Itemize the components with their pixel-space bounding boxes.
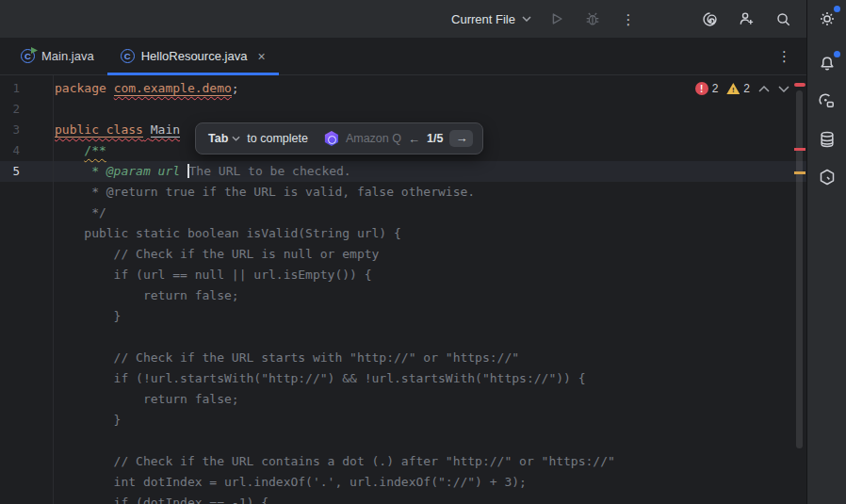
- gutter-line-number[interactable]: [0, 472, 53, 493]
- code-editor[interactable]: 12345 package com.example.demo;public cl…: [0, 75, 806, 504]
- endpoints-tool-button[interactable]: [811, 88, 843, 116]
- gutter-line-number[interactable]: [0, 327, 53, 348]
- notification-dot: [834, 6, 840, 12]
- warning-stripe-mark[interactable]: [794, 171, 805, 174]
- code-token: /**: [84, 143, 106, 157]
- gutter-line-number[interactable]: [0, 389, 53, 410]
- gutter-line-number[interactable]: [0, 306, 53, 327]
- code-token: package: [55, 81, 114, 95]
- gutter-line-number[interactable]: [0, 493, 53, 504]
- gutter-line-number[interactable]: [0, 348, 53, 368]
- code-token: if (dotIndex == -1) {: [55, 496, 268, 504]
- warning-count-item[interactable]: ! 2: [726, 82, 750, 95]
- code-line-ghost-15[interactable]: return false;: [55, 389, 791, 410]
- gutter-line-number[interactable]: [0, 431, 53, 451]
- error-count: 2: [712, 82, 719, 95]
- run-button[interactable]: [546, 8, 567, 29]
- code-line-ghost-20[interactable]: if (dotIndex == -1) {: [55, 493, 791, 504]
- code-line-ghost-5[interactable]: * @return true if the URL is valid, fals…: [55, 182, 791, 203]
- code-line-ghost-19[interactable]: int dotIndex = url.indexOf('.', url.inde…: [55, 472, 791, 493]
- database-tool-button[interactable]: [811, 125, 843, 154]
- inline-completion-popup: Tab to complete Amazon Q ← 1/5 →: [195, 122, 483, 154]
- dependencies-tool-button[interactable]: [811, 163, 843, 191]
- code-token: if (!url.startsWith("http://") && !url.s…: [55, 371, 586, 385]
- editor-tab-bar: C Main.java C HelloResource.java × ⋮: [0, 38, 806, 75]
- tab-options-button[interactable]: ⋮: [762, 38, 806, 74]
- code-token: [55, 164, 91, 178]
- tab-label: HelloResource.java: [141, 49, 248, 63]
- code-line-ghost-12[interactable]: [55, 327, 791, 348]
- gutter-line-number[interactable]: [0, 182, 53, 203]
- tab-label: Main.java: [41, 49, 94, 63]
- code-token: *: [91, 164, 106, 178]
- ide-window: Current File ⋮: [0, 0, 846, 504]
- error-count-item[interactable]: ! 2: [695, 82, 719, 95]
- gutter: 12345: [0, 75, 54, 504]
- code-line-ghost-8[interactable]: // Check if the URL is null or empty: [55, 244, 791, 265]
- gutter-line-number[interactable]: [0, 265, 53, 285]
- gutter-line-number[interactable]: [0, 451, 53, 472]
- code-line-ghost-14[interactable]: if (!url.startsWith("http://") && !url.s…: [55, 368, 791, 389]
- add-user-button[interactable]: [736, 8, 757, 29]
- previous-problem-chevron-icon[interactable]: [758, 86, 770, 92]
- code-line-5[interactable]: * @param url The URL to be checked.: [55, 161, 791, 182]
- gutter-line-number[interactable]: [0, 410, 53, 431]
- gutter-line-number[interactable]: 1: [0, 78, 53, 99]
- gutter-line-number[interactable]: [0, 244, 53, 265]
- gutter-line-number[interactable]: 5: [0, 161, 53, 182]
- analyzer-status-mark[interactable]: [794, 83, 805, 87]
- gutter-line-number[interactable]: [0, 203, 53, 223]
- main-toolbar: Current File ⋮: [0, 0, 806, 38]
- notification-dot: [834, 51, 840, 57]
- gutter-line-number[interactable]: [0, 223, 53, 244]
- runnable-badge-icon: [31, 47, 38, 54]
- code-line-ghost-6[interactable]: */: [55, 203, 791, 223]
- chevron-down-icon: [522, 16, 531, 22]
- scrollbar-thumb[interactable]: [796, 90, 803, 448]
- previous-suggestion-arrow-icon[interactable]: ←: [408, 132, 420, 146]
- code-line-ghost-18[interactable]: // Check if the URL contains a dot (.) a…: [55, 451, 791, 472]
- code-line-ghost-13[interactable]: // Check if the URL starts with "http://…: [55, 348, 791, 368]
- close-tab-icon[interactable]: ×: [257, 50, 265, 63]
- settings-button[interactable]: [811, 5, 843, 33]
- run-configuration-selector[interactable]: Current File: [451, 12, 531, 26]
- code-line-ghost-17[interactable]: [55, 431, 791, 451]
- gutter-line-number[interactable]: 4: [0, 140, 53, 161]
- warning-icon: !: [726, 83, 740, 94]
- gutter-line-number[interactable]: 2: [0, 99, 53, 120]
- search-button[interactable]: [773, 8, 793, 29]
- ai-assistant-button[interactable]: [699, 8, 720, 29]
- tab-main-java[interactable]: C Main.java: [8, 38, 107, 74]
- run-configuration-label: Current File: [451, 12, 515, 26]
- code-token: // Check if the URL starts with "http://…: [55, 350, 519, 365]
- settings-gear-icon: [818, 9, 837, 28]
- code-line-ghost-7[interactable]: public static boolean isValid(String url…: [55, 223, 791, 244]
- tab-key-dropdown[interactable]: Tab: [208, 132, 240, 145]
- code-line-2[interactable]: [55, 99, 791, 120]
- code-line-1[interactable]: package com.example.demo;: [55, 78, 791, 99]
- code-line-ghost-11[interactable]: }: [55, 306, 791, 327]
- code-token: // Check if the URL is null or empty: [55, 247, 379, 261]
- code-line-ghost-9[interactable]: if (url == null || url.isEmpty()) {: [55, 265, 791, 285]
- debug-bug-icon: [584, 10, 601, 27]
- gutter-line-number[interactable]: [0, 368, 53, 389]
- next-problem-chevron-icon[interactable]: [778, 86, 789, 92]
- gutter-line-number[interactable]: 3: [0, 120, 53, 140]
- toolbar-right-icons: [699, 8, 793, 29]
- scrollbar-error-stripe[interactable]: [793, 75, 806, 504]
- inspections-widget[interactable]: ! 2 ! 2: [695, 82, 789, 95]
- debug-button[interactable]: [582, 8, 603, 29]
- error-stripe-mark[interactable]: [794, 148, 805, 151]
- code-line-ghost-16[interactable]: }: [55, 410, 791, 431]
- error-icon: !: [695, 82, 708, 95]
- code-line-ghost-10[interactable]: return false;: [55, 285, 791, 306]
- code-token: int dotIndex = url.indexOf('.', url.inde…: [55, 475, 527, 489]
- next-suggestion-arrow-button[interactable]: →: [449, 130, 473, 148]
- code-token: The URL to be checked.: [189, 164, 351, 178]
- notifications-button[interactable]: [811, 50, 843, 78]
- tab-helloresource-java[interactable]: C HelloResource.java ×: [107, 38, 279, 74]
- run-widget: Current File ⋮: [451, 8, 639, 29]
- code-token: return false;: [55, 288, 239, 302]
- gutter-line-number[interactable]: [0, 285, 53, 306]
- toolbar-more-button[interactable]: ⋮: [618, 8, 639, 29]
